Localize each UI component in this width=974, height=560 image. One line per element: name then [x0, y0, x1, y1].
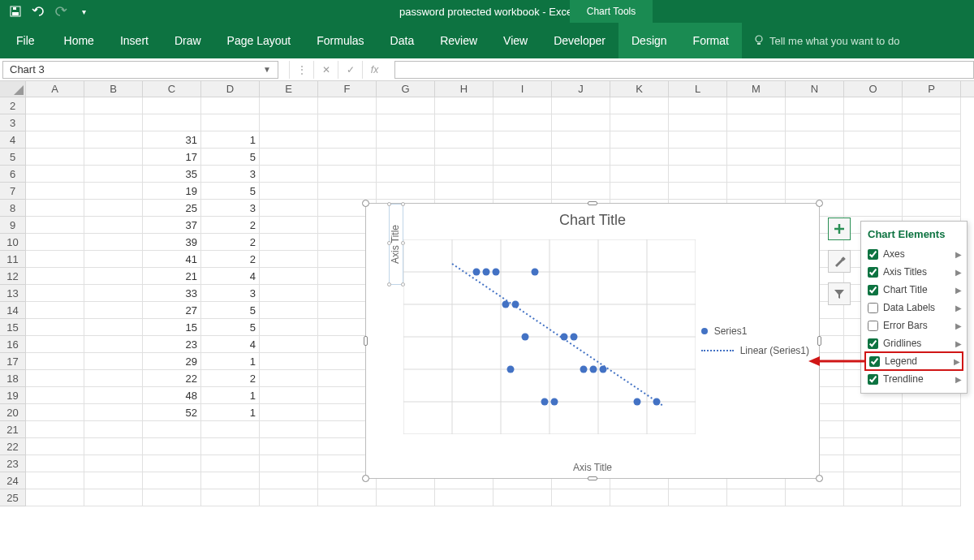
tab-draw[interactable]: Draw	[162, 23, 214, 58]
cell[interactable]	[377, 166, 435, 183]
resize-handle[interactable]	[816, 475, 823, 482]
cell[interactable]	[377, 114, 435, 131]
col-header[interactable]: I	[493, 81, 552, 97]
row-header[interactable]: 7	[0, 183, 26, 200]
cell[interactable]	[903, 404, 961, 421]
cell[interactable]	[84, 251, 143, 268]
col-header[interactable]: K	[610, 81, 669, 97]
col-header[interactable]: B	[84, 81, 143, 97]
row-header[interactable]: 9	[0, 217, 26, 234]
cell[interactable]	[844, 97, 903, 114]
cell[interactable]	[26, 421, 84, 438]
cell[interactable]	[903, 421, 961, 438]
cell[interactable]	[844, 131, 903, 149]
cell[interactable]	[143, 421, 201, 438]
col-header[interactable]: P	[903, 81, 961, 97]
chevron-right-icon[interactable]: ▶	[955, 339, 962, 348]
checkbox[interactable]	[868, 285, 878, 295]
tab-view[interactable]: View	[490, 23, 541, 58]
cell[interactable]	[84, 268, 143, 285]
cell[interactable]	[318, 97, 377, 114]
tab-home[interactable]: Home	[51, 23, 107, 58]
cell[interactable]	[26, 302, 84, 319]
cell[interactable]	[844, 421, 903, 438]
trendline[interactable]	[452, 264, 663, 406]
cell[interactable]	[260, 404, 318, 421]
checkbox[interactable]	[868, 303, 878, 313]
chevron-right-icon[interactable]: ▶	[955, 304, 962, 312]
chart-element-option[interactable]: Axes▶	[864, 245, 963, 263]
cell[interactable]	[260, 472, 318, 489]
cell[interactable]	[260, 438, 318, 455]
cell[interactable]	[260, 114, 318, 131]
cell[interactable]	[143, 472, 201, 489]
checkbox[interactable]	[868, 249, 878, 260]
chart-elements-button[interactable]	[828, 218, 851, 240]
cell[interactable]	[669, 97, 727, 114]
cell[interactable]	[143, 438, 201, 455]
cell[interactable]	[201, 455, 260, 472]
row-header[interactable]: 19	[0, 387, 26, 404]
row-header[interactable]: 21	[0, 421, 26, 438]
cell[interactable]	[260, 370, 318, 387]
cell[interactable]	[552, 489, 610, 506]
chart-element-option[interactable]: Legend▶	[864, 351, 963, 371]
cell[interactable]	[201, 421, 260, 438]
cell[interactable]	[84, 404, 143, 421]
tab-formulas[interactable]: Formulas	[304, 23, 377, 58]
cell[interactable]	[201, 114, 260, 131]
cell[interactable]	[377, 489, 435, 506]
cell[interactable]: 1	[201, 131, 260, 149]
cell[interactable]	[903, 455, 961, 472]
name-box-dropdown-icon[interactable]: ▼	[263, 65, 271, 74]
cell[interactable]	[26, 97, 84, 114]
cell[interactable]	[844, 472, 903, 489]
cell[interactable]	[26, 455, 84, 472]
cell[interactable]: 23	[143, 336, 201, 353]
cell[interactable]	[201, 97, 260, 114]
cell[interactable]	[84, 217, 143, 234]
col-header[interactable]: H	[435, 81, 493, 97]
cell[interactable]	[552, 183, 610, 200]
cell[interactable]	[84, 234, 143, 251]
cell[interactable]	[844, 149, 903, 166]
cell[interactable]	[143, 97, 201, 114]
cell[interactable]	[26, 319, 84, 336]
cell[interactable]	[84, 438, 143, 455]
col-header[interactable]: J	[552, 81, 610, 97]
cell[interactable]	[552, 131, 610, 149]
cell[interactable]	[903, 149, 961, 166]
cell[interactable]	[786, 97, 844, 114]
resize-handle[interactable]	[816, 200, 823, 207]
cell[interactable]: 3	[201, 166, 260, 183]
cell[interactable]	[84, 131, 143, 149]
cell[interactable]	[26, 183, 84, 200]
tab-file[interactable]: File	[0, 23, 51, 58]
cell[interactable]	[26, 114, 84, 131]
cell[interactable]	[435, 131, 493, 149]
cell[interactable]	[260, 285, 318, 302]
select-all-corner[interactable]	[0, 81, 26, 97]
cancel-button[interactable]: ✕	[313, 61, 338, 79]
cell[interactable]	[260, 489, 318, 506]
chevron-right-icon[interactable]: ▶	[954, 357, 960, 366]
cell[interactable]	[84, 421, 143, 438]
cell[interactable]	[260, 387, 318, 404]
legend-entry-trendline[interactable]: Linear (Series1)	[701, 345, 809, 356]
cell[interactable]	[844, 166, 903, 183]
cell[interactable]	[903, 166, 961, 183]
cell[interactable]: 37	[143, 217, 201, 234]
cell[interactable]	[552, 114, 610, 131]
cell[interactable]	[903, 114, 961, 131]
cell[interactable]: 31	[143, 131, 201, 149]
cell[interactable]	[26, 131, 84, 149]
cell[interactable]: 1	[201, 387, 260, 404]
embedded-chart[interactable]: Chart Title Axis Title 0123456 010203040…	[365, 203, 820, 479]
cell[interactable]	[844, 404, 903, 421]
row-header[interactable]: 17	[0, 353, 26, 370]
cell[interactable]	[844, 200, 903, 217]
cell[interactable]	[377, 183, 435, 200]
cell[interactable]	[84, 353, 143, 370]
y-axis-title[interactable]: Axis Title	[389, 204, 403, 285]
col-header[interactable]: O	[844, 81, 903, 97]
